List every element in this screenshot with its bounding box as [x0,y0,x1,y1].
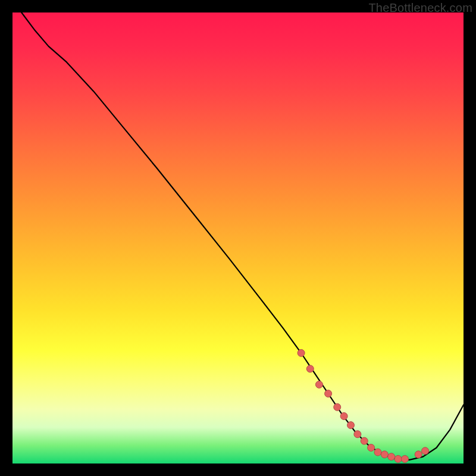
highlight-dot [340,412,347,419]
chart-overlay [12,12,464,464]
highlight-dot [306,365,314,372]
highlight-dots [298,349,428,462]
highlight-dot [374,449,381,456]
highlight-dot [388,453,395,461]
chart-frame: TheBottleneck.com [0,0,476,476]
attribution-label: TheBottleneck.com [368,1,472,15]
highlight-dot [334,403,341,411]
highlight-dot [368,444,375,451]
highlight-dot [415,451,422,458]
highlight-dot [315,381,322,388]
highlight-dot [325,390,332,397]
bottleneck-curve [21,12,464,460]
highlight-dot [361,437,368,444]
highlight-dot [394,455,402,462]
highlight-dot [347,422,355,429]
highlight-dot [354,431,361,438]
highlight-dot [381,451,388,458]
highlight-dot [298,349,305,356]
highlight-dot [422,447,429,455]
highlight-dot [401,455,408,462]
